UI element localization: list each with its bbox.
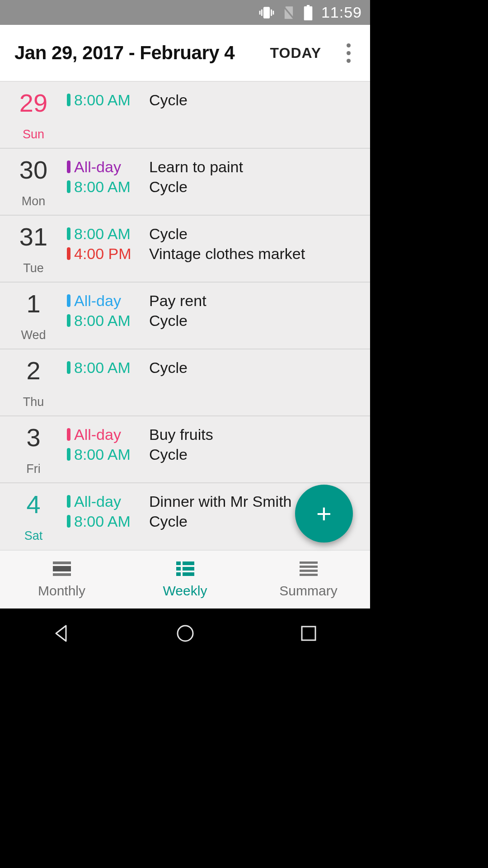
event-color-bar [67, 314, 70, 327]
event-item[interactable]: All-dayPay rent [67, 291, 361, 311]
svg-rect-12 [183, 561, 194, 565]
svg-rect-8 [53, 561, 71, 564]
event-title: Learn to paint [149, 158, 243, 176]
event-color-bar [67, 160, 70, 173]
date-number: 29 [19, 90, 47, 117]
date-dow: Wed [21, 328, 46, 342]
event-color-bar [67, 428, 70, 441]
svg-rect-19 [300, 570, 318, 572]
day-row[interactable]: 31Tue8:00 AMCycle4:00 PMVintage clothes … [0, 216, 370, 283]
event-title: Cycle [149, 178, 188, 196]
svg-rect-13 [176, 567, 181, 571]
svg-rect-9 [53, 566, 71, 571]
events-col: All-dayBuy fruits8:00 AMCycle [67, 422, 361, 477]
event-time: All-day [74, 493, 136, 510]
plus-icon: + [316, 500, 332, 527]
event-time: 8:00 AM [74, 513, 136, 530]
svg-rect-10 [53, 573, 71, 576]
event-item[interactable]: 8:00 AMCycle [67, 444, 361, 464]
event-color-bar [67, 180, 70, 193]
events-col: 8:00 AMCycle4:00 PMVintage clothes marke… [67, 221, 361, 276]
event-item[interactable]: All-dayBuy fruits [67, 425, 361, 444]
date-dow: Mon [22, 194, 46, 208]
svg-rect-11 [176, 561, 181, 565]
events-col: 8:00 AMCycle [67, 87, 361, 142]
event-item[interactable]: 8:00 AMCycle [67, 358, 361, 377]
date-col: 2Thu [0, 355, 67, 410]
svg-rect-18 [300, 566, 318, 568]
event-color-bar [67, 495, 70, 508]
day-row[interactable]: 30MonAll-dayLearn to paint8:00 AMCycle [0, 149, 370, 216]
date-col: 30Mon [0, 154, 67, 209]
event-time: 8:00 AM [74, 178, 136, 196]
date-col: 3Fri [0, 422, 67, 477]
weekly-icon [175, 561, 195, 579]
date-col: 31Tue [0, 221, 67, 276]
svg-point-21 [178, 626, 193, 641]
today-button[interactable]: TODAY [270, 45, 321, 61]
event-time: All-day [74, 158, 136, 176]
event-color-bar [67, 515, 70, 528]
add-event-fab[interactable]: + [295, 485, 353, 542]
svg-rect-22 [302, 627, 315, 640]
event-item[interactable]: 8:00 AMCycle [67, 177, 361, 197]
event-title: Cycle [149, 91, 188, 109]
event-item[interactable]: 8:00 AMCycle [67, 224, 361, 244]
status-bar: 11:59 [0, 0, 370, 25]
event-time: 8:00 AM [74, 446, 136, 463]
date-col: 29Sun [0, 87, 67, 142]
day-row[interactable]: 1WedAll-dayPay rent8:00 AMCycle [0, 283, 370, 349]
event-item[interactable]: 8:00 AMCycle [67, 311, 361, 330]
events-col: All-dayLearn to paint8:00 AMCycle [67, 154, 361, 209]
overflow-menu-icon[interactable] [339, 43, 357, 63]
tab-summary[interactable]: Summary [247, 551, 370, 609]
svg-rect-20 [300, 574, 318, 576]
event-item[interactable]: 4:00 PMVintage clothes market [67, 244, 361, 264]
event-time: All-day [74, 292, 136, 310]
back-button[interactable] [44, 615, 80, 651]
date-col: 4Sat [0, 489, 67, 545]
bottom-tabs: Monthly Weekly Summary [0, 550, 370, 609]
date-col: 1Wed [0, 288, 67, 343]
date-number: 2 [26, 358, 40, 384]
event-title: Cycle [149, 312, 188, 330]
event-color-bar [67, 294, 70, 307]
event-title: Cycle [149, 446, 188, 463]
date-range-title: Jan 29, 2017 - February 4 [14, 42, 270, 64]
event-time: 8:00 AM [74, 312, 136, 330]
date-dow: Sun [23, 127, 44, 142]
event-item[interactable]: 8:00 AMCycle [67, 90, 361, 110]
date-dow: Sat [24, 529, 43, 543]
date-dow: Thu [23, 395, 44, 409]
vibrate-icon [259, 5, 274, 20]
date-number: 1 [26, 291, 40, 317]
event-title: Cycle [149, 359, 188, 377]
day-row[interactable]: 2Thu8:00 AMCycle [0, 349, 370, 416]
event-item[interactable]: All-dayLearn to paint [67, 157, 361, 177]
event-time: 4:00 PM [74, 245, 136, 263]
tab-monthly[interactable]: Monthly [0, 551, 123, 609]
tab-label: Weekly [163, 583, 207, 599]
recents-button[interactable] [291, 615, 327, 651]
day-row[interactable]: 3FriAll-dayBuy fruits8:00 AMCycle [0, 416, 370, 483]
event-title: Pay rent [149, 292, 206, 310]
home-button[interactable] [167, 615, 203, 651]
week-list[interactable]: 29Sun8:00 AMCycle30MonAll-dayLearn to pa… [0, 82, 370, 550]
date-number: 3 [26, 425, 40, 451]
tab-label: Monthly [38, 583, 85, 599]
date-dow: Tue [23, 261, 44, 275]
no-sim-icon [282, 5, 295, 20]
svg-rect-15 [176, 572, 181, 576]
tab-weekly[interactable]: Weekly [123, 551, 247, 609]
summary-icon [299, 561, 319, 579]
svg-rect-7 [304, 6, 313, 20]
day-row[interactable]: 29Sun8:00 AMCycle [0, 82, 370, 149]
svg-rect-0 [264, 7, 269, 18]
event-time: 8:00 AM [74, 225, 136, 243]
event-time: 8:00 AM [74, 359, 136, 377]
date-number: 31 [19, 224, 47, 250]
event-title: Vintage clothes market [149, 245, 305, 263]
event-time: All-day [74, 426, 136, 443]
svg-rect-14 [183, 567, 194, 571]
svg-rect-16 [183, 572, 194, 576]
